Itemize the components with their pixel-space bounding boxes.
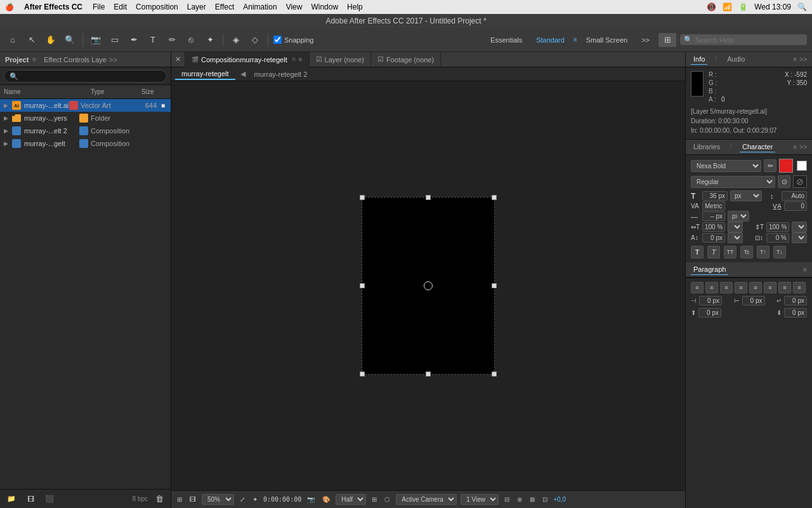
super-btn[interactable]: T↑ xyxy=(757,246,769,258)
handle-tm[interactable] xyxy=(426,195,431,200)
flow-btn[interactable]: ⊡ xyxy=(540,495,549,504)
tsuk-field[interactable] xyxy=(766,233,789,243)
effect-controls-tab[interactable]: Effect Controls Laye xyxy=(44,56,107,64)
project-item[interactable]: ▶ murray-...yers Folder xyxy=(0,112,171,124)
audio-tab[interactable]: Audio xyxy=(724,54,747,65)
selection-tool[interactable]: ↖ xyxy=(24,32,39,48)
zoom-select[interactable]: 50% xyxy=(202,494,234,505)
handle-tl[interactable] xyxy=(360,195,365,200)
orient-tool[interactable]: ◈ xyxy=(228,32,244,48)
effect-controls-menu[interactable]: >> xyxy=(109,56,117,64)
puppet-tool[interactable]: ✦ xyxy=(202,32,218,48)
handle-center[interactable] xyxy=(424,281,433,290)
comp-tab-close[interactable]: ✕ xyxy=(291,56,296,63)
composition-tab[interactable]: 🎬 Composition murray-retegelt ✕ ≡ xyxy=(185,52,310,67)
close-icon[interactable]: ✕ xyxy=(175,55,181,64)
allcaps-btn[interactable]: TT xyxy=(724,246,737,258)
leading-unit[interactable]: px xyxy=(728,211,749,222)
workspace-essentials[interactable]: Essentials xyxy=(485,35,527,45)
zoom-tool[interactable]: 🔍 xyxy=(62,32,77,48)
space-after-field[interactable] xyxy=(784,308,807,318)
menu-effect[interactable]: Effect xyxy=(215,3,234,11)
indent-right-field[interactable] xyxy=(742,296,765,305)
menu-view[interactable]: View xyxy=(286,3,303,11)
comp-viewer[interactable] xyxy=(171,81,685,490)
new-solid-btn[interactable]: ⬛ xyxy=(42,491,57,507)
font-size-field[interactable] xyxy=(702,191,728,201)
camera-select[interactable]: Active Camera xyxy=(396,494,457,505)
stamp-tool[interactable]: ⎋ xyxy=(183,32,199,48)
new-viewer-btn[interactable]: 🎞 xyxy=(188,495,198,504)
align-force-center-btn[interactable]: ≡ xyxy=(764,282,776,293)
text-tool[interactable]: T xyxy=(145,32,160,48)
align-left-btn[interactable]: ≡ xyxy=(691,282,704,293)
menu-animation[interactable]: Animation xyxy=(243,3,277,11)
tsuk-unit[interactable]: ▾ xyxy=(792,232,807,243)
edit-font-btn[interactable]: ✏ xyxy=(764,159,776,172)
bold-btn[interactable]: T xyxy=(691,246,704,258)
size-unit-select[interactable]: px xyxy=(730,190,762,201)
para-menu[interactable]: ≡ xyxy=(803,266,807,273)
leading-field[interactable] xyxy=(782,191,807,201)
workspace-settings[interactable]: ⊞ xyxy=(658,33,676,47)
res-btn[interactable]: ⊞ xyxy=(370,495,379,504)
space-before-field[interactable] xyxy=(698,308,721,318)
hscale-unit[interactable]: ▾ xyxy=(728,222,743,232)
stroke-color-swatch[interactable] xyxy=(797,161,807,171)
libraries-tab[interactable]: Libraries xyxy=(691,142,723,152)
italic-btn[interactable]: T xyxy=(707,246,720,258)
brush-tool[interactable]: ✏ xyxy=(164,32,180,48)
channel-btn[interactable]: ⊟ xyxy=(502,495,511,504)
font-selector[interactable]: Nexa Bold xyxy=(691,160,761,172)
project-item[interactable]: ▶ murray-...elt 2 Composition xyxy=(0,124,171,137)
menu-composition[interactable]: Composition xyxy=(136,3,178,11)
workspace-more[interactable]: >> xyxy=(636,35,655,45)
handle-br[interactable] xyxy=(492,371,497,377)
style-selector[interactable]: Regular xyxy=(691,176,775,188)
camera-btn[interactable]: 📷 xyxy=(305,495,317,504)
smallcaps-btn[interactable]: Tc xyxy=(740,246,753,258)
comp-tab-menu[interactable]: ≡ xyxy=(299,56,303,63)
align-justify-btn[interactable]: ≡ xyxy=(793,282,806,293)
kerning-field[interactable] xyxy=(702,201,725,211)
handle-mr[interactable] xyxy=(492,283,497,288)
snap-btn[interactable]: ✦ xyxy=(251,495,259,504)
align-full-btn[interactable]: ≡ xyxy=(735,282,747,293)
paragraph-tab[interactable]: Paragraph xyxy=(691,264,728,275)
baseline-unit[interactable]: ▾ xyxy=(728,232,743,243)
project-item[interactable]: ▶ Ai murray-...elt.ai Vector Art 644 ◽ xyxy=(0,99,171,112)
stroke-none[interactable]: ⊘ xyxy=(793,175,807,188)
workspace-small-screen[interactable]: Small Screen xyxy=(581,35,632,45)
hand-tool[interactable]: ✋ xyxy=(43,32,58,48)
camera-tool[interactable]: 📷 xyxy=(88,32,103,48)
align-force-right-btn[interactable]: ≡ xyxy=(778,282,791,293)
info-tab[interactable]: Info xyxy=(691,54,707,65)
exposure-btn[interactable]: ⊕ xyxy=(515,495,524,504)
render-btn[interactable]: ⊠ xyxy=(528,495,537,504)
always-preview-btn[interactable]: ⊞ xyxy=(175,495,184,504)
comp-tab-1[interactable]: murray-retegelt xyxy=(175,69,235,80)
handle-tr[interactable] xyxy=(492,195,497,200)
menu-help[interactable]: Help xyxy=(347,3,363,11)
workspace-standard[interactable]: Standard xyxy=(531,35,570,45)
region-btn[interactable]: ⬡ xyxy=(383,495,392,504)
character-tab[interactable]: Character xyxy=(740,142,775,152)
search-help-input[interactable] xyxy=(695,36,803,44)
align-force-left-btn[interactable]: ≡ xyxy=(749,282,762,293)
view-select[interactable]: 1 View xyxy=(461,494,499,505)
fit-btn[interactable]: ⤢ xyxy=(238,495,247,504)
apple-logo[interactable]: 🍎 xyxy=(5,3,14,11)
indent-first-field[interactable] xyxy=(784,296,807,305)
project-search-input[interactable] xyxy=(4,70,167,83)
info-panel-menu[interactable]: ≡ xyxy=(793,56,797,63)
quality-select[interactable]: Half xyxy=(336,494,366,505)
indent-left-field[interactable] xyxy=(699,296,722,305)
handle-ml[interactable] xyxy=(360,283,365,288)
info-panel-more[interactable]: >> xyxy=(799,56,807,63)
snapping-checkbox[interactable] xyxy=(273,36,282,44)
delete-btn[interactable]: 🗑 xyxy=(152,491,167,507)
align-center-btn[interactable]: ≡ xyxy=(705,282,718,293)
color-btn[interactable]: 🎨 xyxy=(320,495,332,504)
comp-tab-2[interactable]: murray-retegelt 2 xyxy=(248,69,314,79)
menu-edit[interactable]: Edit xyxy=(114,3,127,11)
